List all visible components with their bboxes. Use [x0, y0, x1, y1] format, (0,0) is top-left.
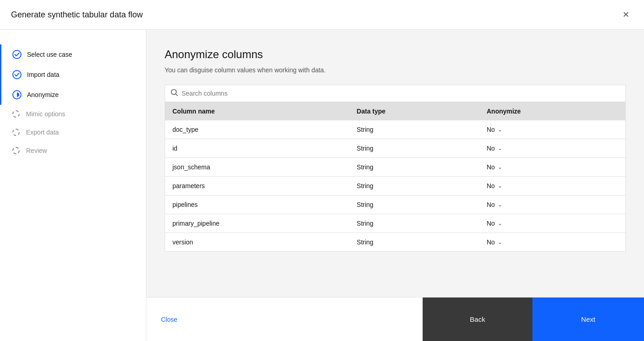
footer-left: Close — [146, 315, 192, 324]
modal-body: Select use case Import data — [0, 30, 644, 341]
anonymize-value: No — [487, 126, 495, 133]
close-icon-button[interactable]: ✕ — [618, 7, 633, 22]
modal-title: Generate synthetic tabular data flow — [11, 10, 143, 20]
step-label-anonymize: Anonymize — [27, 91, 59, 98]
table-row: pipelinesStringNo⌄ — [165, 195, 625, 214]
search-icon — [171, 89, 178, 98]
cell-data-type: String — [349, 139, 479, 158]
search-input[interactable] — [182, 90, 620, 97]
anonymize-dropdown-cell[interactable]: No⌄ — [487, 126, 618, 133]
footer-right: Back Next — [423, 298, 644, 341]
chevron-down-icon: ⌄ — [498, 183, 502, 189]
sidebar-step-review: Review — [0, 141, 146, 160]
table-header-row: Column name Data type Anonymize — [165, 102, 625, 120]
cell-data-type: String — [349, 214, 479, 233]
chevron-down-icon: ⌄ — [498, 164, 502, 170]
cell-anonymize: No⌄ — [479, 233, 625, 252]
anonymize-dropdown-cell[interactable]: No⌄ — [487, 182, 618, 189]
table-row: primary_pipelineStringNo⌄ — [165, 214, 625, 233]
chevron-down-icon: ⌄ — [498, 145, 502, 152]
svg-line-4 — [176, 94, 177, 96]
step-label-import-data: Import data — [27, 71, 59, 78]
anonymize-value: No — [487, 182, 495, 189]
completed-icon-select-use-case — [12, 50, 21, 59]
anonymize-dropdown-cell[interactable]: No⌄ — [487, 201, 618, 208]
col-header-anonymize: Anonymize — [479, 102, 625, 120]
main-content: Anonymize columns You can disguise colum… — [146, 30, 644, 341]
col-header-column-name: Column name — [165, 102, 349, 120]
cell-data-type: String — [349, 177, 479, 195]
chevron-down-icon: ⌄ — [498, 239, 502, 245]
cell-anonymize: No⌄ — [479, 214, 625, 233]
table-row: json_schemaStringNo⌄ — [165, 158, 625, 177]
anonymize-value: No — [487, 220, 495, 227]
table-row: versionStringNo⌄ — [165, 233, 625, 252]
cell-column-name: json_schema — [165, 158, 349, 177]
sidebar-step-mimic-options: Mimic options — [0, 105, 146, 123]
sidebar: Select use case Import data — [0, 30, 146, 341]
cell-column-name: primary_pipeline — [165, 214, 349, 233]
anonymize-dropdown-cell[interactable]: No⌄ — [487, 163, 618, 171]
anonymize-value: No — [487, 238, 495, 246]
table-row: parametersStringNo⌄ — [165, 177, 625, 195]
anonymize-dropdown-cell[interactable]: No⌄ — [487, 145, 618, 152]
modal-header: Generate synthetic tabular data flow ✕ — [0, 0, 644, 30]
anonymize-value: No — [487, 201, 495, 208]
cell-column-name: parameters — [165, 177, 349, 195]
col-header-data-type: Data type — [349, 102, 479, 120]
cell-column-name: pipelines — [165, 195, 349, 214]
cell-anonymize: No⌄ — [479, 120, 625, 139]
content-area: Anonymize columns You can disguise colum… — [146, 30, 644, 297]
sidebar-step-anonymize[interactable]: Anonymize — [0, 85, 146, 105]
step-label-mimic-options: Mimic options — [26, 110, 65, 118]
content-title: Anonymize columns — [165, 48, 626, 61]
cell-column-name: id — [165, 139, 349, 158]
disabled-icon-mimic-options — [12, 110, 20, 118]
search-container — [165, 85, 626, 102]
cell-anonymize: No⌄ — [479, 177, 625, 195]
cell-data-type: String — [349, 195, 479, 214]
sidebar-step-import-data[interactable]: Import data — [0, 65, 146, 85]
step-label-review: Review — [26, 147, 47, 154]
columns-table-wrapper: Column name Data type Anonymize doc_type… — [165, 102, 626, 252]
cell-column-name: doc_type — [165, 120, 349, 139]
disabled-icon-export-data — [12, 129, 20, 136]
cell-data-type: String — [349, 158, 479, 177]
anonymize-value: No — [487, 163, 495, 171]
step-label-export-data: Export data — [26, 129, 59, 136]
anonymize-dropdown-cell[interactable]: No⌄ — [487, 220, 618, 227]
anonymize-value: No — [487, 145, 495, 152]
modal: Generate synthetic tabular data flow ✕ S… — [0, 0, 644, 341]
cell-anonymize: No⌄ — [479, 139, 625, 158]
chevron-down-icon: ⌄ — [498, 126, 502, 133]
cell-data-type: String — [349, 120, 479, 139]
next-button[interactable]: Next — [532, 298, 644, 341]
sidebar-step-select-use-case[interactable]: Select use case — [0, 44, 146, 65]
active-icon-anonymize — [12, 90, 21, 99]
anonymize-dropdown-cell[interactable]: No⌄ — [487, 238, 618, 246]
sidebar-step-export-data: Export data — [0, 123, 146, 141]
columns-table: Column name Data type Anonymize doc_type… — [165, 102, 625, 251]
cell-column-name: version — [165, 233, 349, 252]
svg-point-0 — [13, 50, 21, 59]
close-button[interactable]: Close — [161, 316, 177, 323]
chevron-down-icon: ⌄ — [498, 201, 502, 208]
chevron-down-icon: ⌄ — [498, 220, 502, 227]
cell-anonymize: No⌄ — [479, 195, 625, 214]
completed-icon-import-data — [12, 70, 21, 79]
step-label-select-use-case: Select use case — [27, 51, 72, 58]
content-description: You can disguise column values when work… — [165, 66, 626, 74]
back-button[interactable]: Back — [423, 298, 532, 341]
disabled-icon-review — [12, 147, 20, 154]
modal-footer: Close Back Next — [146, 297, 644, 341]
table-row: doc_typeStringNo⌄ — [165, 120, 625, 139]
cell-anonymize: No⌄ — [479, 158, 625, 177]
table-row: idStringNo⌄ — [165, 139, 625, 158]
cell-data-type: String — [349, 233, 479, 252]
svg-point-1 — [13, 70, 21, 79]
